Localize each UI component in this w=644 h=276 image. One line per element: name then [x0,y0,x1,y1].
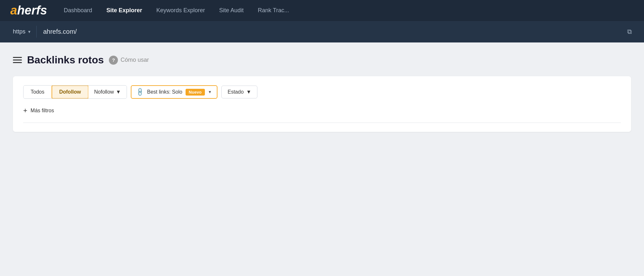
nav-item-dashboard[interactable]: Dashboard [57,5,99,16]
filter-row-more: + Más filtros [23,105,621,116]
filters-divider [23,123,621,123]
estado-label: Estado [227,89,244,95]
filter-nofollow[interactable]: Nofollow ▼ [88,86,127,98]
hamburger-menu-icon[interactable] [13,57,22,63]
external-link-icon[interactable]: ⧉ [625,26,634,37]
link-type-filter-group: Todos Dofollow Nofollow ▼ [23,85,127,99]
nav-item-rank-tracker[interactable]: Rank Trac... [251,5,295,16]
filter-todos[interactable]: Todos [24,86,52,98]
best-links-filter[interactable]: 🔗 Best links: Solo Nuevo ▼ [131,85,217,99]
logo-herfs-text: herfs [17,4,47,16]
filters-card: Todos Dofollow Nofollow ▼ 🔗 Best links: … [13,76,631,132]
nav-item-keywords-explorer[interactable]: Keywords Explorer [150,5,211,16]
logo-a-letter: a [10,4,17,16]
best-links-chevron-icon: ▼ [208,90,212,94]
estado-filter[interactable]: Estado ▼ [221,86,257,98]
top-nav: a herfs Dashboard Site Explorer Keywords… [0,0,644,21]
protocol-selector[interactable]: https ▼ [8,26,37,38]
url-input[interactable] [37,25,625,38]
nav-items: Dashboard Site Explorer Keywords Explore… [57,5,634,16]
nuevo-badge: Nuevo [186,89,205,96]
link-chain-icon: 🔗 [135,87,145,97]
how-to-use-button[interactable]: ? Cómo usar [109,56,149,65]
more-filters-button[interactable]: + Más filtros [23,105,54,116]
logo[interactable]: a herfs [10,4,47,16]
estado-chevron-icon: ▼ [246,89,251,95]
protocol-label: https [13,28,25,35]
more-filters-label: Más filtros [31,108,54,114]
plus-icon: + [23,106,27,115]
best-links-label: Best links: Solo [147,89,182,95]
page-title: Backlinks rotos [27,54,104,66]
page-header: Backlinks rotos ? Cómo usar [13,54,631,66]
filter-row-main: Todos Dofollow Nofollow ▼ 🔗 Best links: … [23,85,621,99]
main-content: Backlinks rotos ? Cómo usar Todos Dofoll… [0,42,644,276]
nav-item-site-explorer[interactable]: Site Explorer [100,5,149,16]
help-circle-icon: ? [109,56,118,65]
nofollow-chevron-icon: ▼ [116,89,121,95]
filter-dofollow[interactable]: Dofollow [52,85,89,99]
help-label: Cómo usar [120,57,149,63]
url-bar: https ▼ ⧉ [0,21,644,42]
url-actions: ⧉ [625,26,636,37]
nofollow-label: Nofollow [94,89,114,95]
nav-item-site-audit[interactable]: Site Audit [213,5,250,16]
protocol-chevron-icon: ▼ [27,30,31,34]
